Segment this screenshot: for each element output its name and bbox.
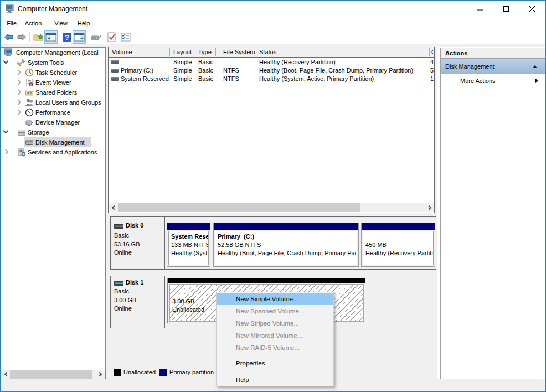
volume-list-header: Volume Layout Type File System Status C	[109, 47, 434, 58]
disk0-partition-recovery[interactable]: 450 MB Healthy (Recovery Partition)	[361, 223, 435, 267]
disk1-name: Disk 1	[126, 279, 143, 286]
scrollbar-thumb[interactable]	[10, 370, 92, 379]
tree-item-system-tools[interactable]: System Tools	[1, 58, 105, 68]
maximize-button[interactable]	[498, 1, 514, 17]
legend-label-primary-partition: Primary partition	[169, 369, 214, 375]
event-viewer-icon	[25, 78, 34, 87]
menu-item-new-spanned-volume[interactable]: New Spanned Volume...	[217, 305, 333, 317]
menu-action[interactable]: Action	[21, 17, 45, 29]
column-header-layout[interactable]: Layout	[173, 47, 192, 58]
menu-item-new-simple-volume[interactable]: New Simple Volume...	[217, 293, 333, 305]
tree-item-task-scheduler[interactable]: Task Scheduler	[1, 68, 105, 78]
disk0-status: Online	[114, 249, 132, 256]
column-header-capacity[interactable]: C	[431, 47, 435, 58]
partition-color-bar	[362, 223, 435, 230]
volume-icon	[111, 69, 119, 73]
chevron-expanded-icon[interactable]	[3, 128, 9, 134]
context-menu: New Simple Volume... New Spanned Volume.…	[216, 292, 334, 386]
scroll-left-button[interactable]	[1, 370, 10, 379]
more-actions-item[interactable]: More Actions	[441, 74, 545, 87]
chevron-collapsed-icon[interactable]	[16, 70, 22, 75]
disk0-partition-primary-c[interactable]: Primary (C:) 52.58 GB NTFS Healthy (Boot…	[213, 223, 359, 267]
title-bar[interactable]: Computer Management	[1, 1, 545, 17]
local-users-and-groups-icon	[25, 98, 34, 107]
services-and-applications-icon	[17, 148, 26, 157]
chevron-collapsed-icon[interactable]	[16, 100, 22, 105]
legend-swatch-primary-partition	[159, 369, 167, 376]
volume-row-primary-c[interactable]: Primary (C:) Simple Basic NTFS Healthy (…	[109, 66, 434, 75]
menu-item-new-striped-volume[interactable]: New Striped Volume...	[217, 317, 333, 329]
app-icon	[6, 4, 14, 13]
tree-item-performance[interactable]: Performance	[1, 107, 105, 117]
tree-item-disk-management[interactable]: Disk Management	[1, 137, 105, 147]
volume-list-horizontal-scrollbar[interactable]	[109, 203, 434, 212]
performance-icon	[25, 108, 34, 117]
minimize-button[interactable]	[472, 1, 488, 17]
back-button[interactable]	[2, 30, 16, 44]
tree-item-computer-management[interactable]: Computer Management (Local	[1, 48, 105, 58]
column-header-volume[interactable]: Volume	[112, 47, 132, 58]
menu-separator	[224, 355, 332, 355]
forward-button[interactable]	[15, 30, 28, 44]
toolbar-separator	[29, 32, 30, 42]
menu-separator	[224, 372, 332, 372]
disk0-size: 53.16 GB	[114, 241, 140, 247]
show-action-pane-button[interactable]	[73, 30, 86, 44]
tree-item-shared-folders[interactable]: Shared Folders	[1, 87, 105, 97]
task-scheduler-icon	[25, 68, 34, 77]
menu-item-help[interactable]: Help	[217, 374, 333, 386]
disk-icon	[114, 281, 124, 286]
tree-item-storage[interactable]: Storage	[1, 127, 105, 137]
chevron-collapsed-icon[interactable]	[16, 90, 22, 95]
column-header-status[interactable]: Status	[259, 47, 276, 58]
menu-item-new-mirrored-volume[interactable]: New Mirrored Volume...	[217, 329, 333, 342]
up-one-level-button[interactable]	[32, 30, 45, 44]
partition-color-bar	[214, 223, 358, 230]
system-tools-icon	[17, 58, 26, 67]
tree-horizontal-scrollbar[interactable]	[1, 370, 105, 379]
close-button[interactable]	[524, 1, 540, 17]
disk1-size: 3.00 GB	[114, 297, 136, 303]
tree-item-local-users-and-groups[interactable]: Local Users and Groups	[1, 97, 105, 107]
shared-folders-icon	[25, 88, 34, 97]
legend-swatch-unallocated	[114, 369, 121, 376]
chevron-collapsed-icon[interactable]	[3, 149, 9, 155]
disk0-label-panel[interactable]: Disk 0 Basic 53.16 GB Online	[111, 217, 165, 269]
scroll-right-button[interactable]	[96, 370, 105, 379]
submenu-arrow-icon	[535, 79, 538, 83]
chevron-expanded-icon[interactable]	[3, 59, 9, 64]
tree-item-services-and-applications[interactable]: Services and Applications	[1, 147, 105, 157]
collapse-arrow-icon[interactable]	[533, 65, 537, 68]
disk-icon	[114, 224, 124, 229]
svg-text:?: ?	[65, 33, 69, 42]
legend-label-unallocated: Unallocated	[123, 369, 156, 375]
computer-icon	[4, 48, 13, 57]
menu-view[interactable]: View	[50, 17, 71, 29]
volume-row-system-reserved[interactable]: System Reserved Simple Basic NTFS Health…	[109, 75, 434, 83]
scrollbar-thumb[interactable]	[118, 203, 360, 212]
help-button[interactable]: ?	[60, 30, 74, 44]
menu-item-properties[interactable]: Properties	[217, 357, 333, 369]
menu-bar: File Action View Help	[1, 17, 545, 29]
tree-item-device-manager[interactable]: Device Manager	[1, 117, 105, 127]
device-tool-button[interactable]	[90, 30, 103, 44]
scroll-right-button[interactable]	[425, 203, 434, 212]
menu-item-new-raid5-volume[interactable]: New RAID-5 Volume...	[217, 342, 333, 354]
chevron-collapsed-icon[interactable]	[16, 110, 22, 115]
menu-help[interactable]: Help	[74, 17, 94, 29]
scroll-left-button[interactable]	[109, 203, 117, 212]
disk1-label-panel[interactable]: Disk 1 Basic 3.00 GB Online	[111, 276, 165, 328]
volume-row-recovery[interactable]: Simple Basic Healthy (Recovery Partition…	[109, 58, 434, 66]
menu-file[interactable]: File	[4, 17, 19, 29]
column-header-file-system[interactable]: File System	[223, 47, 255, 58]
disk0-partition-system-reserved[interactable]: System Reserved 133 MB NTFS Healthy (Sys…	[167, 223, 210, 267]
icon-list-button[interactable]	[119, 30, 132, 44]
chevron-collapsed-icon[interactable]	[16, 80, 22, 85]
console-tree-pane: Computer Management (Local System Tools …	[1, 47, 106, 379]
validate-button[interactable]	[105, 30, 119, 44]
actions-section-disk-management[interactable]: Disk Management	[441, 59, 545, 74]
column-header-type[interactable]: Type	[198, 47, 212, 58]
tree-item-event-viewer[interactable]: Event Viewer	[1, 78, 105, 87]
show-console-tree-button[interactable]	[44, 30, 58, 44]
storage-icon	[17, 128, 26, 137]
